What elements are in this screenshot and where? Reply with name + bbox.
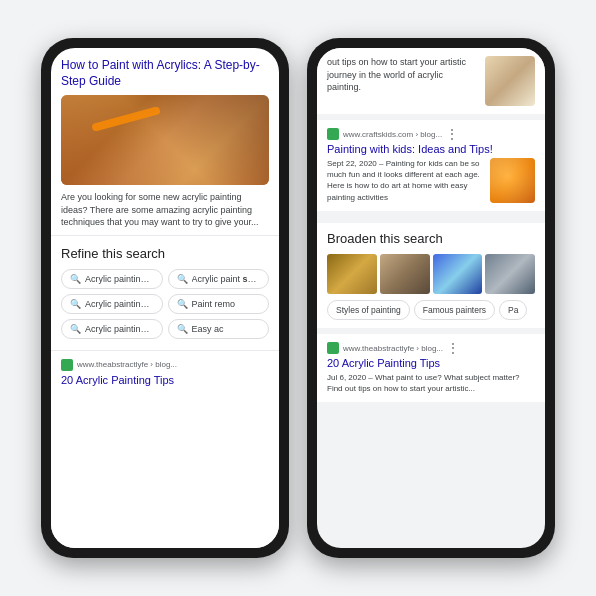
refine-title: Refine this search [61,246,269,261]
broaden-chip-pa[interactable]: Pa [499,300,527,320]
chip-online[interactable]: 🔍 Acrylic painting online courses [61,319,163,339]
chip-online-text: Acrylic painting online courses [85,324,154,334]
chip-easy[interactable]: 🔍 Easy ac [168,319,270,339]
chip-row-3: 🔍 Acrylic painting online courses 🔍 Easy… [61,319,269,339]
broaden-title: Broaden this search [327,231,535,246]
chip-easy-text: Easy ac [192,324,224,334]
right-phone: out tips on how to start your artistic j… [307,38,555,558]
chip-techniques[interactable]: 🔍 Acrylic painting techniques [61,294,163,314]
left-screen: How to Paint with Acrylics: A Step-by-St… [51,48,279,548]
search-icon: 🔍 [177,299,188,309]
chip-row-1: 🔍 Acrylic painting ideas 🔍 Acrylic paint… [61,269,269,289]
right-card-title[interactable]: Painting with kids: Ideas and Tips! [327,143,535,155]
broaden-chips-row: Styles of painting Famous painters Pa [327,300,535,320]
chip-remove[interactable]: 🔍 Paint remo [168,294,270,314]
broaden-img-2 [380,254,430,294]
left-result-title[interactable]: How to Paint with Acrylics: A Step-by-St… [61,58,269,89]
favicon [327,342,339,354]
search-icon: 🔍 [70,274,81,284]
search-icon: 🔍 [177,274,188,284]
right-top-snippet-card: out tips on how to start your artistic j… [317,48,545,114]
broaden-img-3 [433,254,483,294]
broaden-chip-famous[interactable]: Famous painters [414,300,495,320]
right-card-kids: www.craftskids.com › blog... ⋮ Painting … [317,120,545,211]
right-bottom-result: www.theabstractlyfe › blog... ⋮ 20 Acryl… [317,334,545,402]
brush-stroke-decoration [91,106,161,132]
chip-ideas-text: Acrylic painting ideas [85,274,154,284]
chip-techniques-text: Acrylic painting techniques [85,299,154,309]
more-options-icon[interactable]: ⋮ [447,342,459,354]
chip-ideas[interactable]: 🔍 Acrylic painting ideas [61,269,163,289]
right-screen: out tips on how to start your artistic j… [317,48,545,548]
broaden-chip-styles[interactable]: Styles of painting [327,300,410,320]
right-bottom-source-line: www.theabstractlyfe › blog... ⋮ [327,342,535,354]
broaden-img-1 [327,254,377,294]
refine-section: Refine this search 🔍 Acrylic painting id… [51,236,279,350]
search-icon: 🔍 [177,324,188,334]
right-bottom-source: www.theabstractlyfe › blog... [343,344,443,353]
left-result-snippet: Are you looking for some new acrylic pai… [61,191,269,229]
search-icon: 🔍 [70,324,81,334]
source-text: www.theabstractlyfe › blog... [77,360,177,369]
right-card-thumbnail [490,158,535,203]
source-line: www.theabstractlyfe › blog... [61,359,269,371]
favicon [327,128,339,140]
right-bottom-snippet: Jul 6, 2020 – What paint to use? What su… [327,372,535,394]
more-options-icon[interactable]: ⋮ [446,128,458,140]
right-top-snippet: out tips on how to start your artistic j… [327,56,477,94]
painting-image [61,95,269,185]
broaden-images [327,254,535,294]
right-date-snippet: Sept 22, 2020 – Painting for kids can be… [327,158,535,203]
broaden-section: Broaden this search Styles of painting F… [317,223,545,328]
chip-row-2: 🔍 Acrylic painting techniques 🔍 Paint re… [61,294,269,314]
right-source-line: www.craftskids.com › blog... ⋮ [327,128,535,140]
phones-container: How to Paint with Acrylics: A Step-by-St… [21,18,575,578]
left-bottom-result: www.theabstractlyfe › blog... 20 Acrylic… [51,350,279,548]
left-top-result: How to Paint with Acrylics: A Step-by-St… [51,48,279,236]
search-icon: 🔍 [70,299,81,309]
chip-sets-text: Acrylic paint sets [192,274,261,284]
chip-sets[interactable]: 🔍 Acrylic paint sets [168,269,270,289]
chip-remove-text: Paint remo [192,299,236,309]
favicon [61,359,73,371]
bottom-result-title[interactable]: 20 Acrylic Painting Tips [61,374,269,386]
right-bottom-title[interactable]: 20 Acrylic Painting Tips [327,357,535,369]
broaden-img-4 [485,254,535,294]
right-snippet-text: Sept 22, 2020 – Painting for kids can be… [327,158,484,203]
left-phone: How to Paint with Acrylics: A Step-by-St… [41,38,289,558]
right-source-text: www.craftskids.com › blog... [343,130,442,139]
snippet-thumbnail [485,56,535,106]
